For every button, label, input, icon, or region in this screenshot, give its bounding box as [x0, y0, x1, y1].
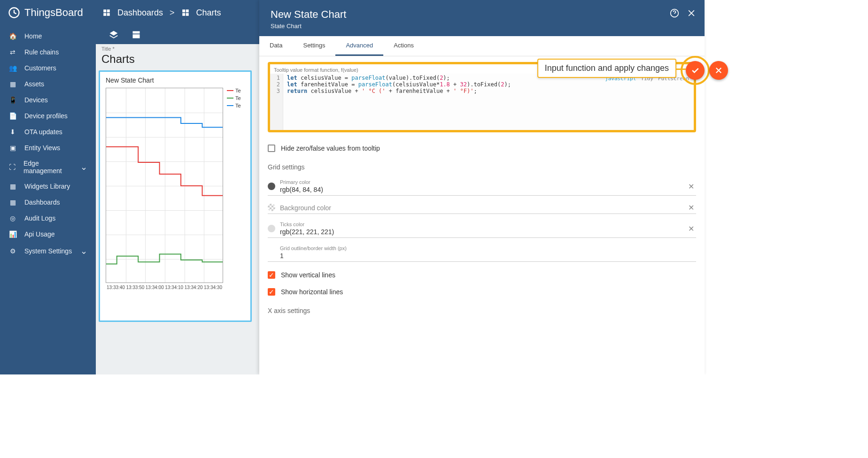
title-field-label: Title * — [101, 46, 115, 52]
sidebar-item-devices[interactable]: 📱Devices — [0, 92, 96, 108]
svg-rect-4 — [107, 13, 110, 16]
sidebar-item-api-usage[interactable]: 📊Api Usage — [0, 226, 96, 242]
x-tick: 13:33:50 — [126, 285, 144, 290]
clear-icon[interactable]: ✕ — [688, 224, 694, 233]
sidebar-item-label: Device profiles — [24, 112, 68, 120]
sidebar-item-dashboards[interactable]: ▦Dashboards — [0, 194, 96, 210]
primary-color-label: Primary color — [280, 179, 696, 185]
chart-plot — [106, 88, 223, 283]
sidebar-item-assets[interactable]: ▦Assets — [0, 76, 96, 92]
sidebar-item-label: Assets — [24, 80, 44, 88]
nav-icon: 🏠 — [8, 32, 17, 40]
help-icon[interactable] — [670, 8, 679, 18]
breadcrumb-root[interactable]: Dashboards — [117, 8, 163, 18]
nav-icon: ▣ — [8, 144, 17, 152]
layers-icon[interactable] — [109, 30, 118, 39]
sidebar-item-label: Entity Views — [24, 144, 60, 152]
x-tick: 13:34:30 — [204, 285, 222, 290]
nav-icon: ⬇ — [8, 128, 17, 136]
title-field-value[interactable]: Charts — [101, 53, 135, 66]
sidebar-item-system-settings[interactable]: ⚙System Settings⌄ — [0, 242, 96, 260]
nav-icon: 📊 — [8, 230, 17, 238]
breadcrumb-current[interactable]: Charts — [196, 8, 221, 18]
nav-icon: ⇄ — [8, 48, 17, 56]
sidebar-item-home[interactable]: 🏠Home — [0, 28, 96, 44]
background-color-label[interactable]: Background color — [280, 203, 696, 212]
panel-subtitle: State Chart — [271, 23, 693, 30]
sidebar-item-label: Rule chains — [24, 48, 59, 56]
dashboard-icon — [181, 8, 190, 17]
app-name: ThingsBoard — [24, 7, 83, 19]
sidebar-item-label: Audit Logs — [24, 214, 55, 222]
tab-data[interactable]: Data — [259, 36, 293, 56]
sidebar-item-audit-logs[interactable]: ◎Audit Logs — [0, 210, 96, 226]
sidebar-item-widgets-library[interactable]: ▦Widgets Library — [0, 178, 96, 194]
apply-button[interactable] — [686, 61, 705, 80]
logo-icon — [8, 6, 21, 19]
clear-icon[interactable]: ✕ — [688, 182, 694, 191]
show-horizontal-checkbox[interactable]: ✓ — [268, 288, 275, 296]
ticks-color-swatch[interactable] — [268, 225, 275, 232]
primary-color-input[interactable]: rgb(84, 84, 84) — [280, 185, 696, 193]
widget-card[interactable]: New State Chart TeTeTe 13:33:4013:33:501… — [99, 70, 252, 322]
svg-rect-3 — [103, 13, 106, 16]
sidebar-item-rule-chains[interactable]: ⇄Rule chains — [0, 44, 96, 60]
tab-settings[interactable]: Settings — [293, 36, 335, 56]
sidebar-item-label: Dashboards — [24, 198, 60, 206]
legend-item[interactable]: Te — [227, 95, 241, 101]
show-horizontal-label: Show horizontal lines — [281, 288, 343, 296]
clear-icon[interactable]: ✕ — [688, 203, 694, 212]
close-icon[interactable] — [687, 8, 696, 18]
nav-icon: ⚙ — [8, 247, 17, 255]
legend-item[interactable]: Te — [227, 103, 241, 108]
svg-rect-1 — [103, 9, 106, 12]
x-axis-settings-heading: X axis settings — [268, 307, 696, 314]
sidebar-item-customers[interactable]: 👥Customers — [0, 60, 96, 76]
x-tick: 13:34:20 — [185, 285, 203, 290]
primary-color-swatch[interactable] — [268, 183, 275, 190]
nav-icon: ▦ — [8, 198, 17, 206]
grid-settings-heading: Grid settings — [268, 163, 696, 171]
panel-title: New State Chart — [271, 8, 693, 21]
border-width-label: Grid outline/border width (px) — [280, 245, 696, 251]
tab-actions[interactable]: Actions — [383, 36, 424, 56]
hide-zero-checkbox[interactable] — [268, 145, 275, 152]
nav-icon: ▦ — [8, 182, 17, 191]
svg-rect-7 — [182, 13, 185, 16]
ticks-color-input[interactable]: rgb(221, 221, 221) — [280, 227, 696, 236]
nav-icon: ⛶ — [8, 163, 16, 171]
sidebar-item-label: Customers — [24, 64, 56, 72]
hide-zero-label: Hide zero/false values from tooltip — [281, 145, 380, 152]
x-tick: 13:34:10 — [165, 285, 183, 290]
cancel-button[interactable] — [709, 61, 728, 80]
nav-icon: 👥 — [8, 64, 17, 72]
svg-rect-14 — [133, 34, 140, 38]
chevron-down-icon: ⌄ — [80, 162, 87, 172]
legend-item[interactable]: Te — [227, 88, 241, 93]
nav-icon: 📱 — [8, 96, 17, 104]
code-editor[interactable]: let celsiusValue = parseFloat(value).toF… — [283, 74, 694, 130]
x-tick: 13:34:00 — [146, 285, 164, 290]
app-logo[interactable]: ThingsBoard — [0, 0, 96, 25]
show-vertical-checkbox[interactable]: ✓ — [268, 271, 275, 279]
sidebar-item-entity-views[interactable]: ▣Entity Views — [0, 140, 96, 156]
grid-icon[interactable] — [132, 30, 141, 39]
ticks-color-label: Ticks color — [280, 221, 696, 227]
sidebar-item-label: Widgets Library — [24, 183, 70, 190]
chevron-down-icon: ⌄ — [80, 246, 87, 256]
svg-rect-6 — [186, 9, 188, 12]
border-width-input[interactable]: 1 — [280, 251, 696, 260]
nav-icon: ◎ — [8, 214, 17, 222]
tab-advanced[interactable]: Advanced — [335, 36, 383, 56]
sidebar-item-label: Api Usage — [24, 230, 55, 238]
sidebar-item-device-profiles[interactable]: 📄Device profiles — [0, 108, 96, 124]
sidebar-item-label: Devices — [24, 96, 48, 104]
svg-rect-5 — [182, 9, 185, 12]
sidebar-item-ota-updates[interactable]: ⬇OTA updates — [0, 124, 96, 140]
background-color-swatch[interactable] — [268, 204, 275, 211]
svg-rect-2 — [107, 9, 110, 12]
show-vertical-label: Show vertical lines — [281, 271, 335, 279]
sidebar-item-label: OTA updates — [24, 128, 62, 136]
svg-rect-8 — [186, 13, 188, 16]
sidebar-item-edge-management[interactable]: ⛶Edge management⌄ — [0, 156, 96, 178]
